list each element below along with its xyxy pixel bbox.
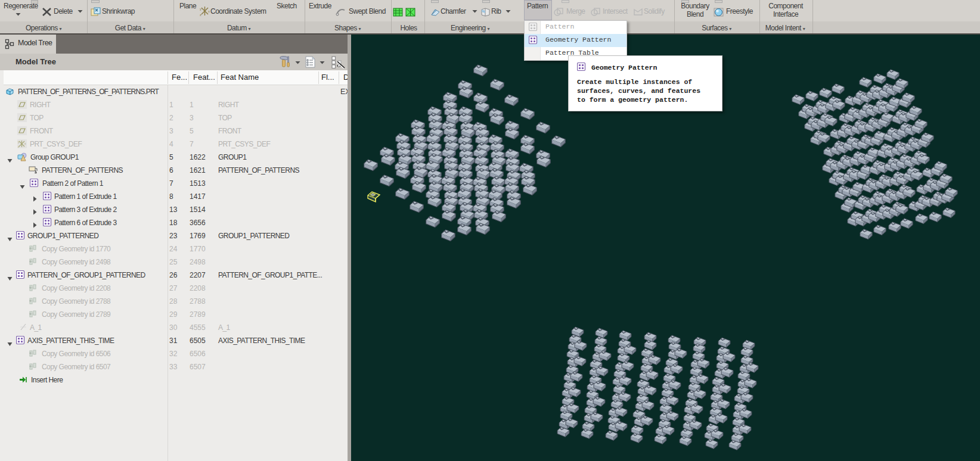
svg-text:z: z [200,13,201,17]
svg-text:x: x [208,10,210,13]
svg-text:y: y [200,7,201,11]
